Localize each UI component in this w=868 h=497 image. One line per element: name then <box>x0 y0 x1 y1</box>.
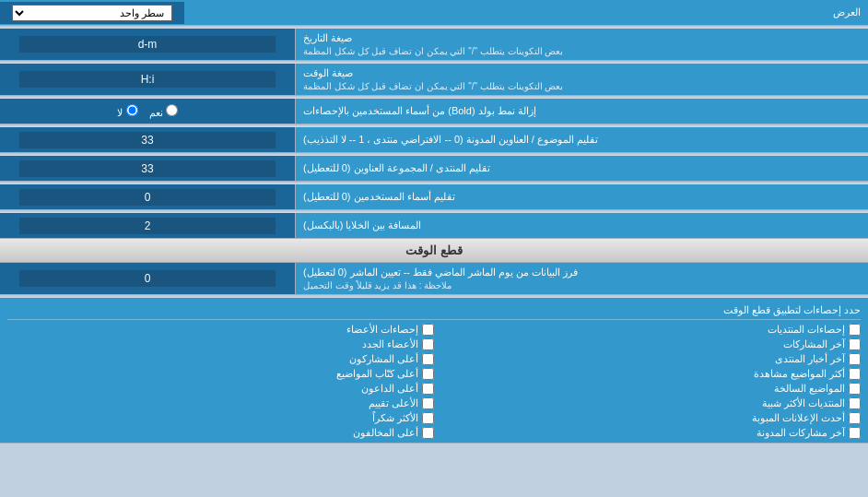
recent-ads-label: أحدث الإعلانات المبوبة <box>752 412 845 424</box>
cutoff-days-input-wrapper <box>0 263 295 294</box>
old-topics-label: المواضيع السالخة <box>774 383 845 395</box>
username-trim-input-wrapper <box>0 184 295 209</box>
forum-title-trim-row: تقليم المنتدى / المجموعة العناوين (0 للت… <box>0 156 868 182</box>
last-news-checkbox[interactable] <box>849 353 861 365</box>
cutoff-days-row: فرز البيانات من يوم الماشر الماضي فقط --… <box>0 263 868 295</box>
top-raters-label: الأعلى تقييم <box>369 397 418 409</box>
checkbox-col-2: إحصاءات الأعضاءالأعضاء الجددأعلى المشارك… <box>7 324 434 439</box>
list-item: إحصاءات المنتديات <box>434 324 861 336</box>
bold-remove-row: إزالة نمط بولد (Bold) من أسماء المستخدمي… <box>0 99 868 124</box>
last-pinned-label: آخر مشاركات المدونة <box>757 427 845 439</box>
username-trim-row: تقليم أسماء المستخدمين (0 للتعطيل) <box>0 184 868 210</box>
list-item: آخر المشاركات <box>434 338 861 350</box>
similar-forums-label: المنتديات الأكثر شبية <box>762 397 845 409</box>
new-members-checkbox[interactable] <box>422 338 434 350</box>
checkboxes-title: حدد إحصاءات لتطبيق قطع الوقت <box>7 302 861 320</box>
list-item: أعلى المخالفون <box>7 427 434 439</box>
list-item: آخر مشاركات المدونة <box>434 427 861 439</box>
forum-title-trim-label: تقليم المنتدى / المجموعة العناوين (0 للت… <box>295 156 868 181</box>
time-format-row: صيغة الوقت بعض التكوينات يتطلب "/" التي … <box>0 64 868 96</box>
cutoff-section-header: قطع الوقت <box>0 239 868 263</box>
stats-shares-checkbox[interactable] <box>849 324 861 336</box>
list-item: إحصاءات الأعضاء <box>7 324 434 336</box>
list-item: أكثر المواضيع مشاهدة <box>434 368 861 380</box>
recent-ads-checkbox[interactable] <box>849 412 861 424</box>
username-trim-label: تقليم أسماء المستخدمين (0 للتعطيل) <box>295 184 868 209</box>
last-news-label: آخر أخبار المنتدى <box>775 353 845 365</box>
top-ignored-label: أعلى المخالفون <box>353 427 418 439</box>
display-select-wrapper: سطر واحد سطرين ثلاثة أسطر <box>0 2 184 24</box>
cutoff-days-input[interactable] <box>19 270 275 287</box>
most-viewed-label: أكثر المواضيع مشاهدة <box>754 368 845 380</box>
top-raters-checkbox[interactable] <box>422 397 434 409</box>
new-members-label: الأعضاء الجدد <box>362 338 418 350</box>
most-viewed-checkbox[interactable] <box>849 368 861 380</box>
time-format-input-wrapper <box>0 64 295 95</box>
list-item: أحدث الإعلانات المبوبة <box>434 412 861 424</box>
list-item: الأعضاء الجدد <box>7 338 434 350</box>
old-topics-checkbox[interactable] <box>849 383 861 395</box>
top-ignored-checkbox[interactable] <box>422 427 434 439</box>
top-writers-checkbox[interactable] <box>422 368 434 380</box>
checkbox-columns: إحصاءات المنتدياتآخر المشاركاتآخر أخبار … <box>7 324 861 439</box>
bold-yes-label[interactable]: نعم <box>149 104 178 119</box>
stats-shares-label: إحصاءات المنتديات <box>768 324 845 336</box>
last-posts-label: آخر المشاركات <box>783 338 845 350</box>
similar-forums-checkbox[interactable] <box>849 397 861 409</box>
list-item: الأكثر شكراً <box>7 412 434 424</box>
list-item: المنتديات الأكثر شبية <box>434 397 861 409</box>
bold-remove-radio-wrapper: نعم لا <box>0 99 295 124</box>
list-item: الأعلى تقييم <box>7 397 434 409</box>
date-format-input-wrapper <box>0 29 295 60</box>
list-item: أعلى الداعون <box>7 383 434 395</box>
list-item: آخر أخبار المنتدى <box>434 353 861 365</box>
main-container: العرض سطر واحد سطرين ثلاثة أسطر صيغة الت… <box>0 0 868 444</box>
time-format-label: صيغة الوقت بعض التكوينات يتطلب "/" التي … <box>295 64 868 95</box>
most-thanks-checkbox[interactable] <box>422 412 434 424</box>
bold-no-label[interactable]: لا <box>117 104 137 119</box>
last-pinned-checkbox[interactable] <box>849 427 861 439</box>
date-format-label: صيغة التاريخ بعض التكوينات يتطلب "/" الت… <box>295 29 868 60</box>
topic-title-trim-input-wrapper <box>0 127 295 152</box>
forum-title-trim-input[interactable] <box>19 160 275 177</box>
display-select[interactable]: سطر واحد سطرين ثلاثة أسطر <box>12 5 173 21</box>
display-label: العرض <box>184 3 868 22</box>
date-format-row: صيغة التاريخ بعض التكوينات يتطلب "/" الت… <box>0 29 868 61</box>
most-thanks-label: الأكثر شكراً <box>372 412 418 424</box>
top-posters-label: أعلى المشاركون <box>349 353 418 365</box>
members-stats-label: إحصاءات الأعضاء <box>346 324 418 336</box>
list-item: أعلى كتّاب المواضيع <box>7 368 434 380</box>
date-format-input[interactable] <box>19 36 275 53</box>
top-posters-checkbox[interactable] <box>422 353 434 365</box>
list-item: المواضيع السالخة <box>434 383 861 395</box>
cell-spacing-input[interactable] <box>19 218 275 234</box>
cell-spacing-row: المسافة بين الخلايا (بالبكسل) <box>0 213 868 239</box>
bold-remove-label: إزالة نمط بولد (Bold) من أسماء المستخدمي… <box>295 99 868 124</box>
username-trim-input[interactable] <box>19 189 275 206</box>
list-item: أعلى المشاركون <box>7 353 434 365</box>
cell-spacing-label: المسافة بين الخلايا (بالبكسل) <box>295 213 868 238</box>
bold-yes-radio[interactable] <box>166 104 178 116</box>
time-format-input[interactable] <box>19 71 275 88</box>
cutoff-days-label: فرز البيانات من يوم الماشر الماضي فقط --… <box>295 263 868 294</box>
top-posters2-checkbox[interactable] <box>422 383 434 395</box>
top-writers-label: أعلى كتّاب المواضيع <box>336 368 418 380</box>
last-posts-checkbox[interactable] <box>849 338 861 350</box>
bold-no-radio[interactable] <box>126 104 138 116</box>
cell-spacing-input-wrapper <box>0 213 295 238</box>
display-row: العرض سطر واحد سطرين ثلاثة أسطر <box>0 0 868 26</box>
top-posters2-label: أعلى الداعون <box>361 383 418 395</box>
topic-title-trim-row: تقليم الموضوع / العناوين المدونة (0 -- ا… <box>0 127 868 153</box>
checkboxes-section: حدد إحصاءات لتطبيق قطع الوقت إحصاءات الم… <box>0 298 868 444</box>
topic-title-trim-label: تقليم الموضوع / العناوين المدونة (0 -- ا… <box>295 127 868 152</box>
forum-title-trim-input-wrapper <box>0 156 295 181</box>
members-stats-checkbox[interactable] <box>422 324 434 336</box>
topic-title-trim-input[interactable] <box>19 132 275 148</box>
checkbox-col-1: إحصاءات المنتدياتآخر المشاركاتآخر أخبار … <box>434 324 861 439</box>
